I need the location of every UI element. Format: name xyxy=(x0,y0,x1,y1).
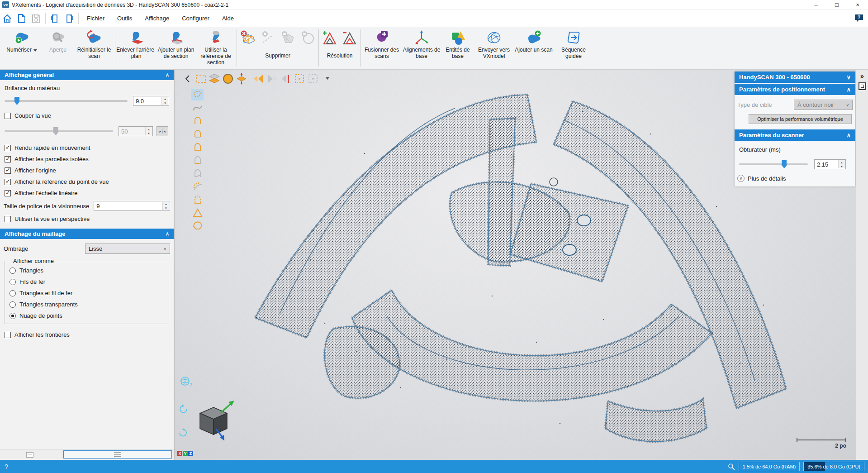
rectangle-selection-icon[interactable] xyxy=(194,72,207,85)
dotted-curve-tool[interactable] xyxy=(191,181,204,192)
alignements-base-button[interactable]: Alignements de base xyxy=(402,27,441,69)
export-session-icon[interactable] xyxy=(63,13,75,24)
affichage-general-header[interactable]: Affichage général ∧ xyxy=(0,70,174,80)
brightness-slider-handle[interactable] xyxy=(14,97,19,105)
import-session-icon[interactable] xyxy=(49,13,61,24)
arch-tool-5[interactable] xyxy=(191,167,204,179)
brightness-slider[interactable] xyxy=(5,100,128,102)
menu-fichier[interactable]: Fichier xyxy=(81,12,111,24)
menu-affichage[interactable]: Affichage xyxy=(138,12,175,24)
show-origin-checkbox[interactable] xyxy=(5,167,11,174)
numeriser-button[interactable]: Numériser xyxy=(2,27,42,69)
linear-scale-checkbox[interactable] xyxy=(5,190,11,196)
menu-configurer[interactable]: Configurer xyxy=(175,12,216,24)
utiliser-reference-section-button[interactable]: Utiliser la référence de section xyxy=(196,27,236,69)
minimize-button[interactable]: – xyxy=(806,0,826,10)
more-details-toggle[interactable]: ∨ Plus de détails xyxy=(737,175,853,182)
layout-window-icon[interactable] xyxy=(859,82,866,90)
home-icon[interactable] xyxy=(1,13,13,24)
viewport-toolbar-dropdown-icon[interactable] xyxy=(320,72,332,85)
selection-mode-a-icon[interactable] xyxy=(293,72,305,85)
menu-aide[interactable]: Aide xyxy=(216,12,240,24)
dashed-arch-tool[interactable] xyxy=(191,194,204,205)
increase-resolution-icon[interactable] xyxy=(320,29,340,46)
collapse-up-icon-3[interactable]: ∧ xyxy=(846,86,851,93)
brightness-spin-arrows[interactable]: ▲▼ xyxy=(161,97,168,105)
freeform-selection-tool[interactable] xyxy=(191,89,204,100)
select-visible-icon[interactable] xyxy=(222,72,234,85)
wireframe-radio[interactable] xyxy=(9,279,16,285)
panel-list-icon[interactable] xyxy=(26,452,33,458)
maximize-button[interactable]: □ xyxy=(826,0,847,10)
spline-selection-tool[interactable] xyxy=(191,102,204,114)
entites-base-button[interactable]: Entités de base xyxy=(441,27,474,69)
status-magnifier-icon[interactable] xyxy=(728,463,735,470)
collapse-slider-button[interactable]: ▸┆◂ xyxy=(157,126,168,136)
handyscan-header[interactable]: HandySCAN 300 - 650600 ∨ xyxy=(735,72,855,83)
collapse-toolbar-icon[interactable] xyxy=(181,72,193,85)
collapse-up-icon-2[interactable]: ∧ xyxy=(166,231,169,237)
triangle-selection-tool[interactable] xyxy=(191,207,204,219)
fusionner-scans-button[interactable]: Fusionner des scans xyxy=(362,27,402,69)
envoyer-vxmodel-button[interactable]: Envoyer vers VXmodel xyxy=(474,27,514,69)
reinitialiser-scan-button[interactable]: Réinitialiser le scan xyxy=(74,27,114,69)
polygon-selection-tool[interactable] xyxy=(191,220,204,232)
selection-mode-b-icon[interactable] xyxy=(307,72,319,85)
viewport-3d[interactable]: ? X Y Z xyxy=(174,70,856,460)
arch-tool-1[interactable] xyxy=(191,115,204,127)
show-boundaries-checkbox[interactable] xyxy=(5,332,11,338)
menu-outils[interactable]: Outils xyxy=(111,12,138,24)
rotate-ccw-icon[interactable] xyxy=(177,427,188,440)
viewer-font-size-spinbox[interactable]: 9 ▲▼ xyxy=(94,201,170,211)
perspective-view-checkbox[interactable] xyxy=(5,216,11,222)
collapse-up-icon[interactable]: ∧ xyxy=(166,72,169,78)
triangles-radio[interactable] xyxy=(9,268,16,274)
shutter-spinbox[interactable]: 2.15 ▲▼ xyxy=(814,159,846,169)
transparent-triangles-radio[interactable] xyxy=(9,301,16,308)
fast-render-checkbox[interactable] xyxy=(5,145,11,151)
sequence-guidee-button[interactable]: Séquence guidée xyxy=(554,27,593,69)
enlever-arriere-plan-button[interactable]: Enlever l'arrière-plan xyxy=(116,27,156,69)
cut-view-checkbox[interactable] xyxy=(5,113,11,119)
shutter-spin-arrows[interactable]: ▲▼ xyxy=(838,160,845,168)
close-button[interactable]: × xyxy=(847,0,868,10)
triangles-wireframe-radio[interactable] xyxy=(9,290,16,296)
scanner-params-header[interactable]: Paramètres du scanner ∧ xyxy=(735,129,855,141)
select-through-icon[interactable] xyxy=(208,72,220,85)
shutter-slider-handle[interactable] xyxy=(782,160,787,168)
isolated-patches-checkbox[interactable] xyxy=(5,156,11,162)
viewpoint-reference-checkbox[interactable] xyxy=(5,179,11,185)
affichage-maillage-header[interactable]: Affichage du maillage ∧ xyxy=(0,229,174,239)
ajouter-scan-button[interactable]: Ajouter un scan xyxy=(514,27,554,69)
collapse-up-icon-4[interactable]: ∧ xyxy=(846,132,851,139)
help-bubble-icon[interactable]: ? xyxy=(854,13,864,24)
optimize-volumetric-button[interactable]: Optimiser la performance volumétrique xyxy=(749,114,852,124)
expand-down-icon[interactable]: ∨ xyxy=(846,74,851,81)
status-help-icon[interactable]: ? xyxy=(5,463,8,470)
shutter-slider[interactable] xyxy=(739,163,808,165)
select-surface-icon[interactable] xyxy=(235,72,247,85)
navigation-cube[interactable] xyxy=(193,400,236,444)
next-selection-icon[interactable] xyxy=(266,72,278,85)
arch-tool-3[interactable] xyxy=(191,141,204,153)
last-selection-icon[interactable] xyxy=(280,72,292,85)
decrease-resolution-icon[interactable] xyxy=(340,29,360,46)
ajouter-plan-section-button[interactable]: Ajouter un plan de section xyxy=(156,27,196,69)
new-file-icon[interactable] xyxy=(16,13,28,24)
rotate-cw-icon[interactable] xyxy=(178,404,189,416)
view-sphere-icon[interactable]: ? xyxy=(179,375,193,390)
numeriser-dropdown-icon[interactable] xyxy=(33,49,37,52)
expand-panel-icon[interactable]: » xyxy=(860,72,864,80)
delete-facets-icon[interactable] xyxy=(238,29,258,46)
arch-tool-4[interactable] xyxy=(191,154,204,166)
panel-scrollbar-thumb[interactable] xyxy=(63,450,172,459)
arch-tool-2[interactable] xyxy=(191,128,204,140)
viewer-font-spin-arrows[interactable]: ▲▼ xyxy=(162,202,169,210)
shading-dropdown[interactable]: Lisse ∨ xyxy=(85,244,170,254)
positioning-header[interactable]: Paramètres de positionnement ∧ xyxy=(735,84,855,95)
brightness-spinbox[interactable]: 9.0 ▲▼ xyxy=(133,96,169,106)
previous-selection-icon[interactable] xyxy=(252,72,265,85)
save-icon[interactable] xyxy=(30,13,42,24)
cut-view-spin-arrows: ▲▼ xyxy=(145,127,152,135)
point-cloud-radio[interactable] xyxy=(9,313,16,319)
